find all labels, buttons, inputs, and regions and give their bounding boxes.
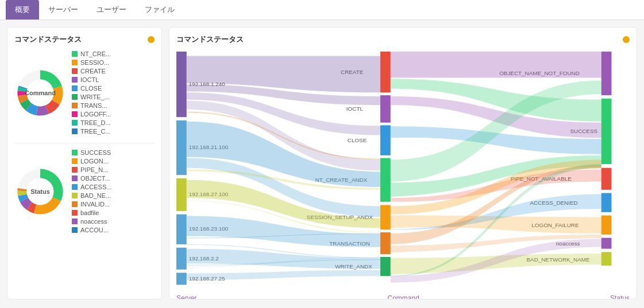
server-node-2 (176, 120, 187, 175)
cmd-close (380, 125, 391, 155)
cmd-transaction (380, 232, 391, 254)
left-panel-title: コマンドステータス (14, 34, 82, 45)
legend-item: INVALID... (72, 201, 111, 208)
legend-label: CLOSE (80, 85, 102, 92)
right-panel-header: コマンドステータス (176, 34, 630, 45)
status-noaccess (601, 238, 612, 249)
legend-color-trans (72, 103, 78, 108)
legend-label: noaccess (80, 218, 107, 225)
cmd-ntcreate (380, 158, 391, 202)
status-logon (601, 216, 612, 235)
legend-item: BAD_NE... (72, 192, 111, 199)
legend-item: SUCCESS (72, 149, 111, 156)
right-panel: コマンドステータス 192.168.1.240 192.168.21.100 1… (169, 27, 637, 299)
legend-label: BAD_NE... (80, 192, 111, 199)
legend-color-write (72, 94, 78, 100)
nav-item-file[interactable]: ファイル (136, 0, 184, 20)
command-legend: NT_CRE... SESSIO... CREATE IOCTL CLOSE (72, 50, 111, 135)
legend-color-create (72, 68, 78, 74)
legend-item: LOGOFF... (72, 111, 111, 118)
nav-item-overview[interactable]: 概要 (6, 0, 39, 20)
legend-color-invalid (72, 201, 78, 207)
legend-color-pipe (72, 167, 78, 173)
divider (14, 143, 155, 143)
nav-item-user[interactable]: ユーザー (87, 0, 136, 20)
legend-item: CREATE (72, 68, 111, 75)
legend-color-success (72, 150, 78, 155)
legend-color-sessio (72, 60, 78, 65)
cmd-label-ioctl: IOCTL (346, 106, 364, 112)
legend-color-logoff (72, 111, 78, 117)
legend-color-treed (72, 120, 78, 126)
command-section: Command NT_CRE... SESSIO... CREATE IOCT (14, 50, 155, 135)
flow-create-object (391, 52, 601, 78)
legend-item: NT_CRE... (72, 50, 111, 57)
legend-label: ACCESS... (80, 184, 111, 190)
server-node-5 (176, 248, 187, 270)
server-node-1 (176, 52, 187, 117)
legend-color-nt-cre (72, 51, 78, 57)
legend-item: SESSIO... (72, 59, 111, 66)
axis-labels: Server Command Status (176, 294, 630, 299)
legend-item: PIPE_N... (72, 166, 111, 173)
sankey-diagram: 192.168.1.240 192.168.21.100 192.168.27.… (176, 50, 630, 291)
status-donut-label: Status (30, 188, 50, 195)
legend-item: LOGON... (72, 158, 111, 165)
legend-label: TREE_D... (80, 119, 111, 126)
cmd-ioctl (380, 95, 391, 123)
command-donut-label: Command (25, 89, 56, 96)
axis-command: Command (387, 294, 419, 299)
left-panel-header: コマンドステータス (14, 34, 155, 45)
legend-color-accou (72, 227, 78, 233)
nav-item-server[interactable]: サーバー (39, 0, 87, 20)
top-nav: 概要 サーバー ユーザー ファイル (0, 0, 644, 20)
status-access (601, 193, 612, 212)
server-node-6 (176, 273, 187, 285)
legend-item: ACCOU... (72, 227, 111, 233)
cmd-write (380, 257, 391, 276)
right-panel-title: コマンドステータス (176, 34, 244, 45)
left-dot-indicator (148, 36, 155, 43)
legend-label: IOCTL (80, 76, 99, 83)
legend-item: ACCESS... (72, 184, 111, 190)
legend-color-badfile (72, 210, 78, 216)
left-panel: コマンドステータス (7, 27, 162, 299)
axis-server: Server (176, 294, 196, 299)
legend-label: WRITE_... (80, 93, 110, 100)
legend-label: PIPE_N... (80, 166, 108, 173)
legend-item: CLOSE (72, 85, 111, 92)
legend-item: TREE_D... (72, 119, 111, 126)
legend-color-access (72, 184, 78, 190)
cmd-label-close: CLOSE (348, 137, 367, 143)
status-pipe (601, 168, 612, 190)
legend-color-badne (72, 193, 78, 198)
legend-label: LOGON... (80, 158, 109, 165)
legend-label: SESSIO... (80, 59, 109, 66)
status-success (601, 99, 612, 164)
legend-label: ACCOU... (80, 227, 109, 233)
legend-label: CREATE (80, 68, 106, 75)
legend-item: TREE_C... (72, 128, 111, 135)
legend-label: TRANS... (80, 102, 107, 109)
legend-item: WRITE_... (72, 93, 111, 100)
legend-color-ioctl (72, 77, 78, 83)
legend-item: badfile (72, 209, 111, 216)
legend-item: IOCTL (72, 76, 111, 83)
status-section: Status SUCCESS LOGON... PIPE_N... OBJEC (14, 149, 155, 233)
status-legend: SUCCESS LOGON... PIPE_N... OBJECT... ACC… (72, 149, 111, 233)
legend-item: noaccess (72, 218, 111, 225)
cmd-session (380, 205, 391, 229)
legend-label: SUCCESS (80, 149, 111, 156)
legend-color-treec (72, 128, 78, 134)
server-node-4 (176, 215, 187, 244)
legend-label: INVALID... (80, 201, 110, 208)
legend-label: badfile (80, 209, 99, 216)
command-donut: Command (14, 67, 66, 119)
legend-color-object (72, 176, 78, 181)
legend-item: OBJECT... (72, 175, 111, 182)
legend-color-logon (72, 158, 78, 164)
right-dot-indicator (623, 36, 630, 43)
cmd-create (380, 52, 391, 92)
legend-item: TRANS... (72, 102, 111, 109)
legend-label: LOGOFF... (80, 111, 111, 118)
